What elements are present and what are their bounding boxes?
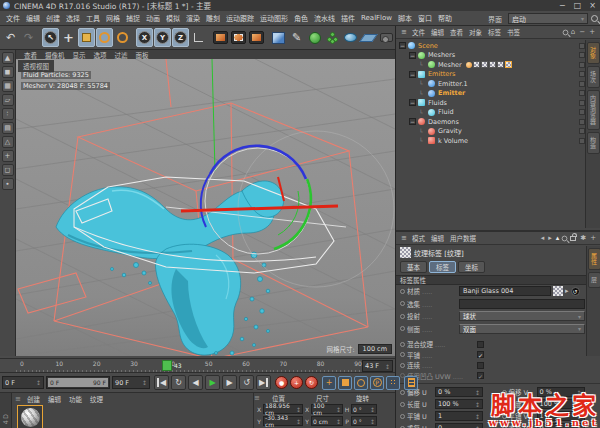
- tab-coordinates[interactable]: 坐标: [458, 261, 485, 273]
- attribute-menu-item[interactable]: 用户数据: [447, 233, 479, 243]
- render-view-button[interactable]: [212, 28, 229, 47]
- material-input[interactable]: Banji Glass 004: [459, 286, 551, 296]
- viewport-menu-item[interactable]: 显示: [69, 50, 90, 60]
- grid-size-value[interactable]: 100 cm: [358, 344, 392, 354]
- panel-menu-icon[interactable]: ≡: [15, 395, 21, 403]
- end-frame-input[interactable]: 90 F↕: [112, 376, 150, 389]
- tree-row[interactable]: − Emitters ∶ ✓: [396, 70, 600, 80]
- collapse-icon[interactable]: −: [577, 28, 587, 36]
- menu-item[interactable]: 文件: [3, 13, 23, 23]
- tree-row[interactable]: └ k Volume ∶ ✓: [396, 136, 600, 146]
- selected-texture-tag-icon[interactable]: [505, 61, 512, 68]
- key-position-toggle[interactable]: +: [322, 376, 336, 390]
- object-manager-menu-item[interactable]: 书签: [504, 27, 523, 37]
- menu-item[interactable]: 编辑: [23, 13, 43, 23]
- search-icon[interactable]: [591, 15, 598, 22]
- material-picker-icon[interactable]: ▸: [563, 287, 571, 295]
- key-scale-toggle[interactable]: [338, 376, 352, 390]
- last-tool-button[interactable]: [114, 28, 131, 47]
- timeline-ruler[interactable]: 0102030405060708090 43 43 F ↕: [0, 358, 395, 372]
- tab-layers[interactable]: 层: [588, 272, 600, 288]
- texture-tag-icon[interactable]: [473, 61, 480, 68]
- section-header[interactable]: 标签属性: [396, 275, 600, 285]
- add-icon[interactable]: +: [588, 234, 598, 242]
- object-label[interactable]: Emitter.1: [438, 80, 468, 88]
- anim-dot-icon[interactable]: [502, 402, 507, 407]
- attribute-menu-item[interactable]: 编辑: [428, 233, 447, 243]
- material-menu-item[interactable]: 创建: [23, 394, 44, 404]
- viewport-scene[interactable]: [16, 59, 395, 356]
- object-label[interactable]: Emitters: [428, 70, 455, 78]
- lock-x-axis-button[interactable]: X: [136, 28, 153, 47]
- expander-icon[interactable]: −: [409, 99, 416, 106]
- array-button[interactable]: [324, 28, 341, 47]
- live-selection-button[interactable]: ↖: [42, 28, 59, 47]
- interface-select[interactable]: 启动 ▾: [508, 13, 588, 24]
- object-manager-menu-item[interactable]: 对象: [466, 27, 485, 37]
- cycle-button[interactable]: ↺: [239, 375, 254, 390]
- minimize-button[interactable]: ─: [555, 0, 570, 11]
- viewport-menu-item[interactable]: 摄像机: [41, 50, 69, 60]
- tree-row[interactable]: └ Emitter ∶ ✓: [396, 89, 600, 99]
- uv-field-input[interactable]: 0 % ↕: [537, 387, 585, 397]
- uv-field-input[interactable]: 1 ↕: [537, 411, 585, 421]
- object-label[interactable]: Gravity: [438, 127, 462, 135]
- object-manager-menu-item[interactable]: 编辑: [428, 27, 447, 37]
- menu-item[interactable]: 窗口: [415, 13, 435, 23]
- key-parameter-toggle[interactable]: P: [370, 376, 384, 390]
- menu-item[interactable]: 网格: [103, 13, 123, 23]
- spline-pen-button[interactable]: ✎: [288, 28, 305, 47]
- object-label[interactable]: k Volume: [438, 137, 468, 145]
- material-menu-item[interactable]: 功能: [65, 394, 86, 404]
- tree-row[interactable]: − Fluids ∶ ✓: [396, 98, 600, 108]
- uv-field-input[interactable]: 0 ↕: [435, 423, 483, 428]
- tab-takes[interactable]: 场次: [587, 66, 600, 88]
- viewport-menu-item[interactable]: 面板: [132, 50, 153, 60]
- enable-axis-icon[interactable]: +: [2, 150, 14, 162]
- selection-input[interactable]: [459, 299, 585, 309]
- edges-mode-icon[interactable]: ▤: [2, 122, 14, 134]
- anim-dot-icon[interactable]: [400, 342, 405, 347]
- record-keyframe-button[interactable]: ●: [275, 376, 288, 389]
- expander-icon[interactable]: −: [409, 52, 416, 59]
- tab-tag[interactable]: 标签: [429, 261, 456, 273]
- uv-field-input[interactable]: 100 % ↕: [537, 399, 585, 409]
- object-label[interactable]: Fluids: [428, 99, 447, 107]
- anim-dot-icon[interactable]: [400, 326, 405, 331]
- tab-objects[interactable]: 对象: [587, 42, 600, 64]
- anim-dot-icon[interactable]: [400, 289, 405, 294]
- keyframe-selection-button[interactable]: ↻: [305, 376, 318, 389]
- om-search-icon[interactable]: [562, 29, 568, 35]
- play-backward-button[interactable]: ↻: [171, 375, 186, 390]
- spinner-icon[interactable]: ↕: [475, 389, 480, 396]
- anim-dot-icon[interactable]: [400, 402, 405, 407]
- object-manager-menu-item[interactable]: 查看: [447, 27, 466, 37]
- menu-item[interactable]: 插件: [338, 13, 358, 23]
- keyframe-presets-button[interactable]: [404, 376, 418, 390]
- object-label[interactable]: Meshers: [428, 51, 455, 59]
- anim-dot-icon[interactable]: [400, 301, 405, 306]
- tile-checkbox[interactable]: ✓: [477, 351, 484, 358]
- attribute-menu-item[interactable]: 模式: [409, 233, 428, 243]
- material-menu-item[interactable]: 编辑: [44, 394, 65, 404]
- spinner-icon[interactable]: ↕: [475, 425, 480, 428]
- material-reset-icon[interactable]: ↺: [571, 287, 580, 296]
- close-button[interactable]: ×: [585, 0, 600, 11]
- tree-row[interactable]: − Meshers ∶ ✓: [396, 51, 600, 61]
- goto-end-button[interactable]: ▶: [256, 375, 271, 390]
- menu-item[interactable]: 选择: [63, 13, 83, 23]
- menu-item[interactable]: 运动跟踪: [223, 13, 257, 23]
- spinner-icon[interactable]: ↕: [385, 363, 390, 370]
- mix-textures-checkbox[interactable]: [477, 341, 484, 348]
- menu-item[interactable]: 模拟: [163, 13, 183, 23]
- tab-attributes[interactable]: 属性: [588, 248, 600, 270]
- anim-dot-icon[interactable]: [502, 414, 507, 419]
- current-frame-input[interactable]: 43 F ↕: [362, 360, 393, 372]
- viewport-menu-item[interactable]: 查看: [20, 50, 41, 60]
- panel-menu-icon[interactable]: ≡: [399, 234, 409, 242]
- parent-icon[interactable]: ▴: [554, 234, 562, 242]
- history-back-icon[interactable]: ◂: [539, 234, 547, 242]
- menu-item[interactable]: 动画: [143, 13, 163, 23]
- anim-dot-icon[interactable]: [400, 363, 405, 368]
- tab-structure[interactable]: 构造: [587, 132, 600, 154]
